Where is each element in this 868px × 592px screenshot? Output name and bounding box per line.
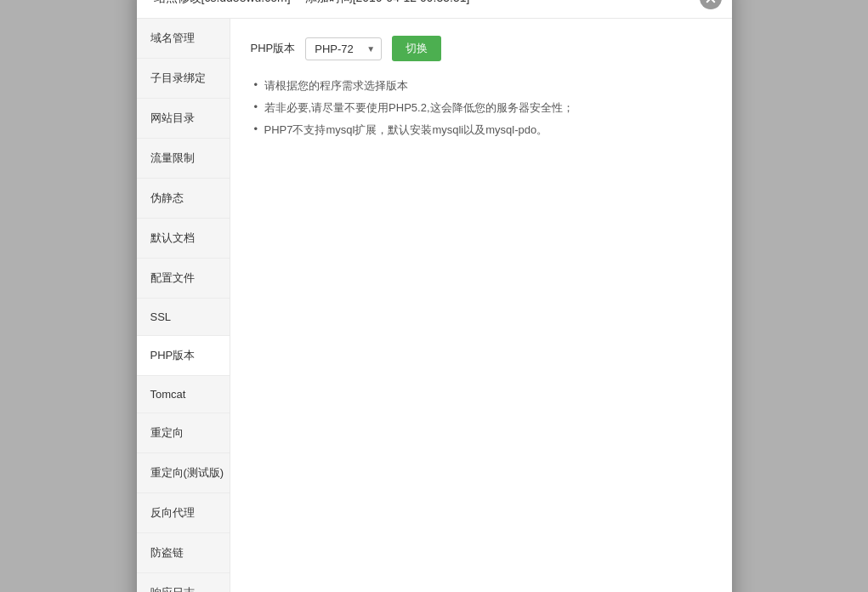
close-button[interactable] <box>700 0 722 9</box>
sidebar-item-3[interactable]: 流量限制 <box>137 139 230 179</box>
sidebar-item-14[interactable]: 响应日志 <box>137 573 230 592</box>
tip-item-0: 请根据您的程序需求选择版本 <box>251 78 712 94</box>
tip-item-2: PHP7不支持mysql扩展，默认安装mysqli以及mysql-pdo。 <box>251 122 712 138</box>
switch-button[interactable]: 切换 <box>392 36 441 61</box>
sidebar-item-2[interactable]: 网站目录 <box>137 99 230 139</box>
sidebar-item-8[interactable]: PHP版本 <box>137 336 230 376</box>
sidebar-item-13[interactable]: 防盗链 <box>137 533 230 573</box>
modal-dialog: 站点修改[cs.dd88wu.com] -- 添加时间[2019-04-12 0… <box>137 0 732 592</box>
sidebar-item-4[interactable]: 伪静态 <box>137 179 230 219</box>
modal-title: 站点修改[cs.dd88wu.com] -- 添加时间[2019-04-12 0… <box>154 0 470 4</box>
tips-list: 请根据您的程序需求选择版本若非必要,请尽量不要使用PHP5.2,这会降低您的服务… <box>251 78 712 138</box>
php-select-wrap: PHP-52PHP-54PHP-55PHP-56PHP-70PHP-71PHP-… <box>305 37 382 60</box>
sidebar-item-10[interactable]: 重定向 <box>137 413 230 453</box>
sidebar-item-1[interactable]: 子目录绑定 <box>137 59 230 99</box>
sidebar-item-9[interactable]: Tomcat <box>137 376 230 413</box>
sidebar-item-7[interactable]: SSL <box>137 299 230 336</box>
php-version-row: PHP版本 PHP-52PHP-54PHP-55PHP-56PHP-70PHP-… <box>251 36 712 61</box>
sidebar-item-5[interactable]: 默认文档 <box>137 219 230 259</box>
modal-body: 域名管理子目录绑定网站目录流量限制伪静态默认文档配置文件SSLPHP版本Tomc… <box>137 19 732 592</box>
modal-header: 站点修改[cs.dd88wu.com] -- 添加时间[2019-04-12 0… <box>137 0 732 19</box>
sidebar-item-6[interactable]: 配置文件 <box>137 259 230 299</box>
main-content: PHP版本 PHP-52PHP-54PHP-55PHP-56PHP-70PHP-… <box>230 19 732 592</box>
sidebar-item-0[interactable]: 域名管理 <box>137 19 230 59</box>
php-version-select[interactable]: PHP-52PHP-54PHP-55PHP-56PHP-70PHP-71PHP-… <box>305 37 382 60</box>
sidebar: 域名管理子目录绑定网站目录流量限制伪静态默认文档配置文件SSLPHP版本Tomc… <box>137 19 230 592</box>
sidebar-item-11[interactable]: 重定向(测试版) <box>137 453 230 493</box>
tip-item-1: 若非必要,请尽量不要使用PHP5.2,这会降低您的服务器安全性； <box>251 100 712 116</box>
php-version-label: PHP版本 <box>251 41 296 56</box>
sidebar-item-12[interactable]: 反向代理 <box>137 493 230 533</box>
